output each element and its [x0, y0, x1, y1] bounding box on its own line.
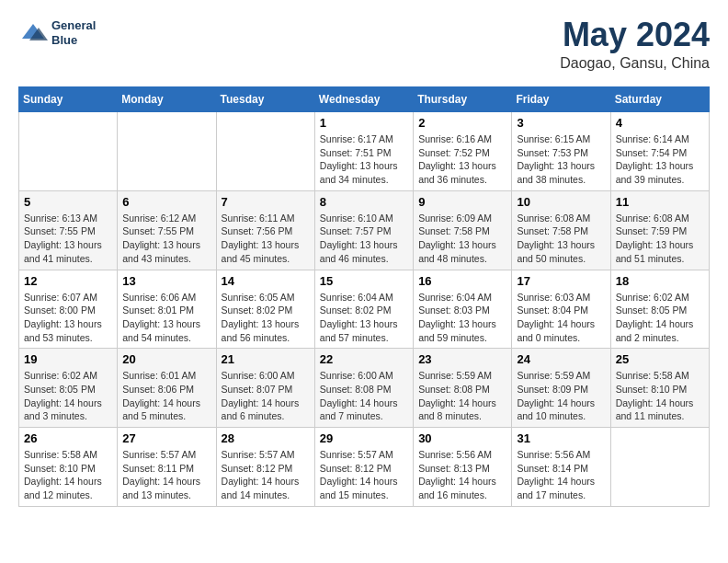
day-number: 10 [517, 195, 605, 209]
calendar-cell: 8Sunrise: 6:10 AMSunset: 7:57 PMDaylight… [314, 190, 413, 270]
day-number: 14 [222, 274, 310, 288]
day-info: Sunrise: 6:05 AMSunset: 8:02 PMDaylight:… [222, 291, 310, 345]
calendar-cell: 13Sunrise: 6:06 AMSunset: 8:01 PMDayligh… [118, 270, 216, 349]
day-info: Sunrise: 6:08 AMSunset: 7:58 PMDaylight:… [517, 212, 605, 266]
calendar-cell: 14Sunrise: 6:05 AMSunset: 8:02 PMDayligh… [216, 270, 314, 349]
calendar-cell [216, 112, 314, 191]
day-info: Sunrise: 6:07 AMSunset: 8:00 PMDaylight:… [24, 291, 112, 345]
day-info: Sunrise: 5:57 AMSunset: 8:12 PMDaylight:… [320, 448, 408, 502]
day-number: 22 [320, 352, 408, 366]
day-info: Sunrise: 6:14 AMSunset: 7:54 PMDaylight:… [616, 132, 704, 187]
calendar-cell: 28Sunrise: 5:57 AMSunset: 8:12 PMDayligh… [216, 428, 314, 507]
day-number: 2 [418, 116, 506, 130]
calendar-cell: 4Sunrise: 6:14 AMSunset: 7:54 PMDaylight… [610, 112, 709, 191]
weekday-header-tuesday: Tuesday [216, 87, 314, 112]
calendar-cell: 6Sunrise: 6:12 AMSunset: 7:55 PMDaylight… [118, 190, 216, 270]
day-info: Sunrise: 6:00 AMSunset: 8:07 PMDaylight:… [222, 369, 310, 423]
calendar-cell: 10Sunrise: 6:08 AMSunset: 7:58 PMDayligh… [512, 190, 610, 270]
calendar-week-2: 5Sunrise: 6:13 AMSunset: 7:55 PMDaylight… [19, 190, 710, 270]
weekday-header-saturday: Saturday [610, 87, 709, 112]
day-number: 21 [222, 352, 310, 366]
day-number: 27 [122, 431, 210, 445]
day-number: 23 [418, 352, 506, 366]
day-info: Sunrise: 5:57 AMSunset: 8:12 PMDaylight:… [222, 448, 310, 502]
day-number: 29 [320, 431, 408, 445]
day-number: 26 [24, 431, 112, 445]
day-number: 16 [418, 274, 506, 288]
calendar-cell: 26Sunrise: 5:58 AMSunset: 8:10 PMDayligh… [19, 428, 118, 507]
day-number: 20 [122, 352, 210, 366]
day-info: Sunrise: 6:12 AMSunset: 7:55 PMDaylight:… [122, 212, 210, 266]
logo-line1: General [51, 18, 96, 33]
calendar-cell: 21Sunrise: 6:00 AMSunset: 8:07 PMDayligh… [216, 349, 314, 428]
calendar-location: Daogao, Gansu, China [560, 55, 710, 72]
calendar-cell: 16Sunrise: 6:04 AMSunset: 8:03 PMDayligh… [414, 270, 512, 349]
calendar-cell: 19Sunrise: 6:02 AMSunset: 8:05 PMDayligh… [19, 349, 118, 428]
day-info: Sunrise: 5:58 AMSunset: 8:10 PMDaylight:… [24, 448, 112, 502]
weekday-header-friday: Friday [512, 87, 610, 112]
calendar-title: May 2024 [560, 18, 710, 52]
calendar-cell: 24Sunrise: 5:59 AMSunset: 8:09 PMDayligh… [512, 349, 610, 428]
calendar-cell [19, 112, 118, 191]
day-info: Sunrise: 6:01 AMSunset: 8:06 PMDaylight:… [122, 369, 210, 423]
day-number: 4 [616, 116, 704, 130]
calendar-cell: 5Sunrise: 6:13 AMSunset: 7:55 PMDaylight… [19, 190, 118, 270]
day-number: 24 [517, 352, 605, 366]
day-number: 28 [222, 431, 310, 445]
logo-text: General Blue [51, 18, 96, 47]
day-number: 18 [616, 274, 704, 288]
day-info: Sunrise: 6:09 AMSunset: 7:58 PMDaylight:… [418, 212, 506, 266]
day-info: Sunrise: 6:04 AMSunset: 8:02 PMDaylight:… [320, 291, 408, 345]
day-info: Sunrise: 5:56 AMSunset: 8:14 PMDaylight:… [517, 448, 605, 502]
calendar-cell [118, 112, 216, 191]
title-block: May 2024 Daogao, Gansu, China [560, 18, 710, 72]
day-number: 5 [24, 195, 112, 209]
calendar-cell: 7Sunrise: 6:11 AMSunset: 7:56 PMDaylight… [216, 190, 314, 270]
calendar-cell: 29Sunrise: 5:57 AMSunset: 8:12 PMDayligh… [314, 428, 413, 507]
day-info: Sunrise: 6:11 AMSunset: 7:56 PMDaylight:… [222, 212, 310, 266]
calendar-cell: 2Sunrise: 6:16 AMSunset: 7:52 PMDaylight… [414, 112, 512, 191]
day-info: Sunrise: 6:02 AMSunset: 8:05 PMDaylight:… [24, 369, 112, 423]
day-number: 8 [320, 195, 408, 209]
day-info: Sunrise: 6:03 AMSunset: 8:04 PMDaylight:… [517, 291, 605, 345]
day-info: Sunrise: 5:59 AMSunset: 8:09 PMDaylight:… [517, 369, 605, 423]
day-info: Sunrise: 5:59 AMSunset: 8:08 PMDaylight:… [418, 369, 506, 423]
day-number: 3 [517, 116, 605, 130]
weekday-header-row: SundayMondayTuesdayWednesdayThursdayFrid… [19, 87, 710, 112]
day-number: 11 [616, 195, 704, 209]
day-number: 13 [122, 274, 210, 288]
day-number: 15 [320, 274, 408, 288]
day-number: 19 [24, 352, 112, 366]
calendar-cell: 22Sunrise: 6:00 AMSunset: 8:08 PMDayligh… [314, 349, 413, 428]
day-info: Sunrise: 5:56 AMSunset: 8:13 PMDaylight:… [418, 448, 506, 502]
day-number: 17 [517, 274, 605, 288]
weekday-header-sunday: Sunday [19, 87, 118, 112]
day-info: Sunrise: 6:04 AMSunset: 8:03 PMDaylight:… [418, 291, 506, 345]
calendar-cell: 27Sunrise: 5:57 AMSunset: 8:11 PMDayligh… [118, 428, 216, 507]
calendar-week-1: 1Sunrise: 6:17 AMSunset: 7:51 PMDaylight… [19, 112, 710, 191]
day-info: Sunrise: 6:15 AMSunset: 7:53 PMDaylight:… [517, 132, 605, 187]
weekday-header-wednesday: Wednesday [314, 87, 413, 112]
day-number: 1 [320, 116, 408, 130]
calendar-cell: 15Sunrise: 6:04 AMSunset: 8:02 PMDayligh… [314, 270, 413, 349]
day-info: Sunrise: 5:57 AMSunset: 8:11 PMDaylight:… [122, 448, 210, 502]
calendar-cell: 25Sunrise: 5:58 AMSunset: 8:10 PMDayligh… [610, 349, 709, 428]
calendar-table: SundayMondayTuesdayWednesdayThursdayFrid… [18, 86, 710, 507]
calendar-cell: 18Sunrise: 6:02 AMSunset: 8:05 PMDayligh… [610, 270, 709, 349]
day-number: 12 [24, 274, 112, 288]
calendar-cell: 12Sunrise: 6:07 AMSunset: 8:00 PMDayligh… [19, 270, 118, 349]
day-info: Sunrise: 6:00 AMSunset: 8:08 PMDaylight:… [320, 369, 408, 423]
day-number: 31 [517, 431, 605, 445]
day-number: 30 [418, 431, 506, 445]
calendar-cell: 9Sunrise: 6:09 AMSunset: 7:58 PMDaylight… [414, 190, 512, 270]
page-header: General Blue May 2024 Daogao, Gansu, Chi… [18, 18, 710, 72]
day-info: Sunrise: 6:10 AMSunset: 7:57 PMDaylight:… [320, 212, 408, 266]
day-info: Sunrise: 6:08 AMSunset: 7:59 PMDaylight:… [616, 212, 704, 266]
calendar-week-3: 12Sunrise: 6:07 AMSunset: 8:00 PMDayligh… [19, 270, 710, 349]
day-number: 7 [222, 195, 310, 209]
logo: General Blue [18, 18, 96, 47]
day-info: Sunrise: 6:17 AMSunset: 7:51 PMDaylight:… [320, 132, 408, 187]
calendar-cell: 23Sunrise: 5:59 AMSunset: 8:08 PMDayligh… [414, 349, 512, 428]
day-info: Sunrise: 6:06 AMSunset: 8:01 PMDaylight:… [122, 291, 210, 345]
logo-icon [18, 20, 48, 46]
